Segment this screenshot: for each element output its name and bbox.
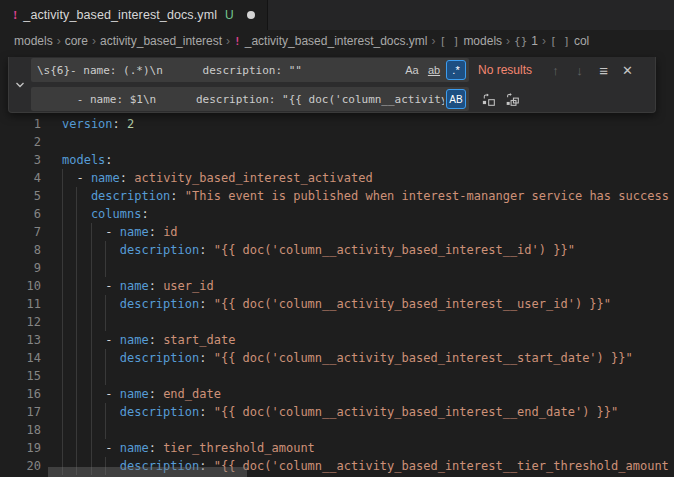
code-line[interactable]: 6columns: — [0, 205, 674, 223]
breadcrumb-label: models — [463, 34, 502, 48]
git-untracked-badge: U — [225, 8, 234, 22]
token-p: : — [149, 441, 163, 455]
code-line[interactable]: 5description: "This event is published w… — [0, 187, 674, 205]
line-number[interactable]: 2 — [0, 133, 52, 151]
line-number[interactable]: 17 — [0, 403, 52, 421]
line-number[interactable]: 15 — [0, 367, 52, 385]
code-line[interactable]: 18 — [0, 421, 674, 439]
breadcrumb: models›core›activity_based_interest›!_ac… — [0, 30, 674, 52]
find-in-selection-button[interactable]: ≡ — [593, 60, 614, 81]
indent-guide — [62, 439, 63, 457]
tab-activity-based-interest-docs[interactable]: ! _activity_based_interest_docs.yml U — [0, 0, 268, 30]
line-number[interactable]: 19 — [0, 439, 52, 457]
token-s: "This event is published when interest-m… — [185, 189, 669, 203]
code-line[interactable]: 8description: "{{ doc('column__activity_… — [0, 241, 674, 259]
token-p: : — [113, 117, 127, 131]
line-number[interactable]: 14 — [0, 349, 52, 367]
breadcrumb-item[interactable]: !_activity_based_interest_docs.yml — [234, 34, 427, 48]
code-line[interactable]: 19- name: tier_threshold_amount — [0, 439, 674, 457]
token-p: : — [105, 153, 112, 167]
code-line[interactable]: 3models: — [0, 151, 674, 169]
indent-guide — [62, 205, 63, 223]
replace-icon — [481, 92, 496, 107]
line-number[interactable]: 13 — [0, 331, 52, 349]
horizontal-scrollbar[interactable] — [48, 467, 247, 477]
code-line[interactable]: 12 — [0, 313, 674, 331]
code-text: - name: activity_based_interest_activate… — [76, 169, 372, 187]
code-line[interactable]: 17description: "{{ doc('column__activity… — [0, 403, 674, 421]
breadcrumb-item[interactable]: activity_based_interest — [100, 34, 222, 48]
indent-guide — [76, 259, 77, 277]
line-number[interactable]: 3 — [0, 151, 52, 169]
replace-one-button[interactable] — [478, 89, 499, 110]
breadcrumb-item[interactable]: [ ]models — [440, 34, 503, 48]
line-number[interactable]: 6 — [0, 205, 52, 223]
code-line-content: - name: start_date — [52, 331, 674, 349]
code-line[interactable]: 11description: "{{ doc('column__activity… — [0, 295, 674, 313]
line-number[interactable]: 18 — [0, 421, 52, 439]
match-case-button[interactable]: Aa — [402, 60, 422, 80]
code-line[interactable]: 7- name: id — [0, 223, 674, 241]
code-text: - name: id — [105, 223, 177, 241]
breadcrumb-item[interactable]: models — [14, 34, 53, 48]
line-number[interactable]: 10 — [0, 277, 52, 295]
code-line[interactable]: 1version: 2 — [0, 115, 674, 133]
find-input[interactable]: \s{6}- name: (.*)\n description: "" Aa a… — [31, 58, 469, 82]
editor-pane[interactable]: 1version: 223models:4- name: activity_ba… — [0, 52, 674, 477]
previous-match-button[interactable]: ↑ — [545, 60, 566, 81]
next-match-button[interactable]: ↓ — [569, 60, 590, 81]
indent-guide — [105, 367, 106, 385]
preserve-case-button[interactable]: AB — [446, 89, 466, 109]
line-number[interactable]: 4 — [0, 169, 52, 187]
code-line-content: - name: end_date — [52, 385, 674, 403]
indent-guide — [62, 385, 63, 403]
indent-guide — [91, 277, 92, 295]
code-line[interactable]: 15 — [0, 367, 674, 385]
line-number[interactable]: 9 — [0, 259, 52, 277]
modified-dot-icon[interactable] — [247, 11, 255, 19]
token-k: description — [91, 189, 170, 203]
line-number[interactable]: 16 — [0, 385, 52, 403]
toggle-replace-button[interactable] — [9, 57, 31, 112]
code-line[interactable]: 2 — [0, 133, 674, 151]
token-s: end_date — [163, 387, 221, 401]
replace-row: - name: $1\n description: "{{ doc('colum… — [31, 87, 649, 111]
code-line-content: version: 2 — [52, 115, 674, 133]
code-text: - name: tier_threshold_amount — [105, 439, 315, 457]
line-number[interactable]: 7 — [0, 223, 52, 241]
replace-input[interactable]: - name: $1\n description: "{{ doc('colum… — [31, 87, 469, 111]
replace-all-button[interactable] — [502, 89, 523, 110]
line-number[interactable]: 8 — [0, 241, 52, 259]
line-number[interactable]: 20 — [0, 457, 52, 475]
line-number[interactable]: 11 — [0, 295, 52, 313]
code-line[interactable]: 10- name: user_id — [0, 277, 674, 295]
breadcrumb-item[interactable]: [ ]col — [550, 34, 589, 48]
breadcrumb-separator-icon: › — [226, 34, 230, 48]
breadcrumb-separator-icon: › — [506, 34, 510, 48]
token-s: id — [163, 225, 177, 239]
token-p: : — [149, 333, 163, 347]
code-line-content — [52, 133, 674, 151]
line-number[interactable]: 5 — [0, 187, 52, 205]
code-line[interactable]: 13- name: start_date — [0, 331, 674, 349]
chevron-down-icon — [15, 80, 25, 90]
regex-button[interactable]: .* — [446, 60, 466, 80]
code-line-content: - name: activity_based_interest_activate… — [52, 169, 674, 187]
indent-guide — [91, 223, 92, 241]
indent-guide — [91, 331, 92, 349]
token-s: start_date — [163, 333, 235, 347]
indent-guide — [76, 295, 77, 313]
line-number[interactable]: 12 — [0, 313, 52, 331]
breadcrumb-item[interactable]: {}1 — [514, 34, 538, 48]
close-find-button[interactable]: ✕ — [617, 60, 638, 81]
indent-guide — [62, 241, 63, 259]
whole-word-button[interactable]: ab — [424, 60, 444, 80]
code-line[interactable]: 14description: "{{ doc('column__activity… — [0, 349, 674, 367]
indent-guide — [62, 403, 63, 421]
code-line[interactable]: 16- name: end_date — [0, 385, 674, 403]
token-p: - — [76, 171, 90, 185]
code-line[interactable]: 4- name: activity_based_interest_activat… — [0, 169, 674, 187]
breadcrumb-item[interactable]: core — [65, 34, 88, 48]
line-number[interactable]: 1 — [0, 115, 52, 133]
code-line[interactable]: 9 — [0, 259, 674, 277]
